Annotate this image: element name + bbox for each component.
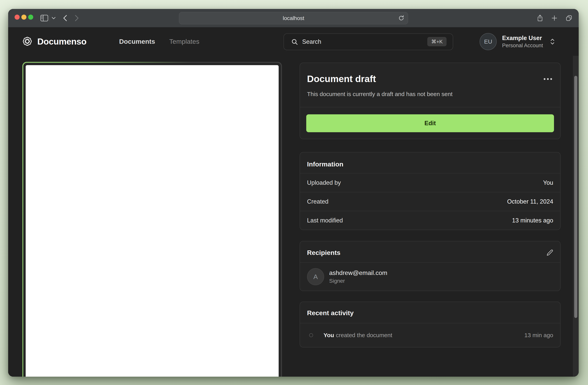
information-rows: Uploaded by You Created October 11, 2024… — [300, 173, 560, 230]
info-row-last-modified: Last modified 13 minutes ago — [300, 211, 560, 230]
recipient-email: ashdrew@email.com — [329, 269, 387, 276]
recent-activity-card: Recent activity Youcreated the document … — [300, 302, 561, 347]
activity-time: 13 min ago — [525, 332, 553, 339]
information-card-header: Information — [300, 153, 560, 173]
chevron-up-down-icon — [549, 37, 555, 46]
info-row-uploaded-by: Uploaded by You — [300, 173, 560, 192]
search-placeholder: Search — [302, 38, 321, 45]
tab-overview-icon[interactable] — [565, 9, 573, 27]
user-account-type: Personal Account — [502, 42, 543, 49]
refresh-icon[interactable] — [398, 15, 405, 22]
search-shortcut-badge: ⌘+K — [427, 37, 446, 46]
close-window-button[interactable] — [15, 15, 20, 20]
minimize-window-button[interactable] — [21, 15, 26, 20]
document-preview-frame — [22, 62, 282, 377]
user-menu[interactable]: EU Example User Personal Account — [480, 27, 555, 56]
recipient-row: A ashdrew@email.com Signer — [300, 263, 560, 291]
info-label: Uploaded by — [307, 179, 341, 186]
activity-title: Recent activity — [307, 309, 354, 317]
recipients-card-header: Recipients — [300, 241, 560, 262]
main-content: Document draft This document is currentl… — [8, 56, 579, 377]
new-tab-icon[interactable] — [551, 9, 558, 27]
share-icon[interactable] — [536, 9, 544, 27]
app-header: Documenso Documents Templates Search ⌘+K… — [8, 27, 579, 56]
recipients-title: Recipients — [307, 249, 340, 256]
information-card: Information Uploaded by You Created Octo… — [300, 152, 561, 230]
activity-actor: You — [324, 332, 334, 338]
recipient-role: Signer — [329, 278, 387, 284]
desktop-background: { "browser": { "url": "localhost" }, "he… — [0, 0, 588, 385]
activity-action: created the document — [336, 332, 392, 338]
sidebar-toggle-icon[interactable] — [40, 9, 49, 27]
browser-toolbar: localhost — [8, 9, 579, 28]
activity-dot-icon — [309, 333, 313, 337]
document-preview-inner — [23, 63, 281, 377]
zoom-window-button[interactable] — [28, 15, 33, 20]
info-value: 13 minutes ago — [512, 217, 553, 224]
user-info: Example User Personal Account — [502, 34, 543, 49]
draft-subtitle: This document is currently a draft and h… — [307, 91, 553, 98]
browser-window: localhost — [8, 9, 579, 377]
search-icon — [291, 39, 298, 45]
information-title: Information — [307, 160, 343, 168]
draft-card-header: Document draft This document is currentl… — [300, 63, 560, 107]
document-sidebar: Document draft This document is currentl… — [300, 63, 561, 347]
info-value: October 11, 2024 — [507, 198, 553, 205]
address-bar[interactable]: localhost — [179, 12, 408, 24]
user-name: Example User — [502, 34, 543, 42]
scrollbar-thumb[interactable] — [574, 76, 577, 318]
activity-text: Youcreated the document — [324, 332, 392, 339]
user-avatar: EU — [480, 33, 497, 50]
edit-button[interactable]: Edit — [306, 114, 554, 132]
draft-card-actions: Edit — [300, 107, 560, 139]
chevron-down-icon[interactable] — [51, 9, 56, 27]
edit-recipients-icon[interactable] — [546, 249, 553, 256]
draft-title: Document draft — [307, 73, 376, 84]
user-initials: EU — [484, 38, 492, 45]
app-page: Documenso Documents Templates Search ⌘+K… — [8, 27, 579, 377]
recipients-card: Recipients A ashdrew@email. — [300, 241, 561, 291]
search-input[interactable]: Search ⌘+K — [284, 33, 453, 50]
recipient-info: ashdrew@email.com Signer — [329, 269, 387, 284]
documenso-logo-icon[interactable] — [22, 36, 33, 47]
document-page — [26, 65, 279, 377]
recipient-initial: A — [314, 273, 318, 281]
address-bar-url: localhost — [283, 15, 304, 21]
nav-documents[interactable]: Documents — [119, 27, 155, 56]
activity-row: Youcreated the document 13 min ago — [300, 323, 560, 347]
info-label: Last modified — [307, 217, 343, 224]
forward-button-icon[interactable] — [73, 9, 80, 27]
info-row-created: Created October 11, 2024 — [300, 192, 560, 211]
back-button-icon[interactable] — [62, 9, 68, 27]
recipient-avatar: A — [307, 268, 324, 285]
activity-card-header: Recent activity — [300, 302, 560, 323]
info-value: You — [543, 179, 553, 186]
more-options-icon[interactable] — [544, 78, 552, 80]
nav-templates[interactable]: Templates — [169, 27, 199, 56]
document-draft-card: Document draft This document is currentl… — [300, 63, 561, 139]
brand-wordmark[interactable]: Documenso — [37, 27, 86, 56]
info-label: Created — [307, 198, 328, 205]
